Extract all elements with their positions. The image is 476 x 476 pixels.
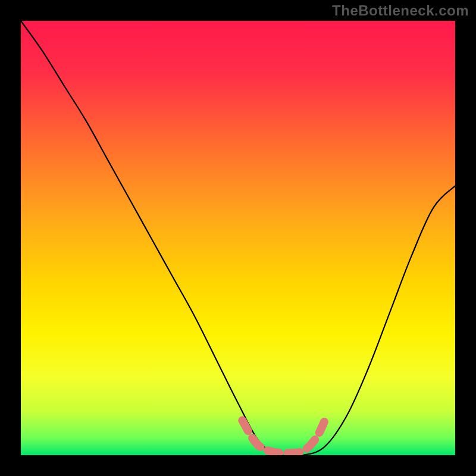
plot-background <box>21 21 455 455</box>
watermark-text: TheBottleneck.com <box>332 2 469 19</box>
chart-svg <box>0 0 476 476</box>
chart-frame: TheBottleneck.com <box>0 0 476 476</box>
